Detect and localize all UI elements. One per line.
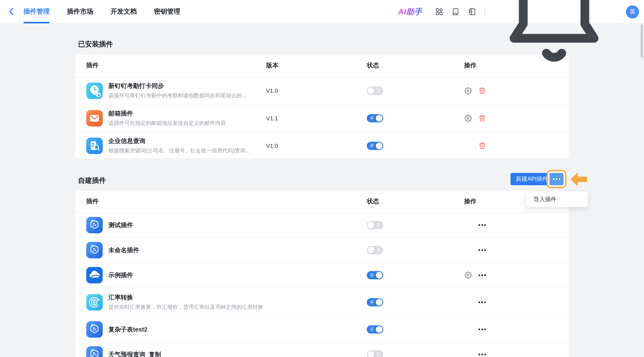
table-header: 插件 状态 操作 xyxy=(75,190,569,213)
toggle-label: 开 xyxy=(370,325,374,334)
more-actions-button[interactable] xyxy=(550,173,564,185)
plugin-version-cell: V1.0 xyxy=(266,88,367,94)
action-slot xyxy=(478,114,486,122)
plugin-description: 该插件可向指定的邮箱地址发送自定义的邮件内容 xyxy=(108,120,226,127)
settings-icon[interactable] xyxy=(464,272,472,279)
plugin-meta: 示例插件 xyxy=(108,271,133,279)
column-header-version: 版本 xyxy=(266,62,367,70)
status-toggle[interactable]: 开 xyxy=(367,271,383,279)
plugin-tag-icon xyxy=(86,242,102,258)
topbar-tab[interactable]: 插件市场 xyxy=(67,0,93,24)
toggle-knob xyxy=(368,222,374,228)
plugin-name: 新钉钉考勤打卡同步 xyxy=(108,82,246,90)
plugin-status-cell: 开 xyxy=(367,114,464,122)
plugin-description: 该插件可将钉钉考勤中的考勤和请假数据同步到英雄云的... xyxy=(108,92,246,100)
column-header-plugin: 插件 xyxy=(86,62,266,70)
toggle-label: 开 xyxy=(370,142,374,150)
plugin-name-cell: 示例插件 xyxy=(86,267,367,284)
plugin-actions-cell xyxy=(464,142,558,150)
plugin-name: 邮箱插件 xyxy=(108,110,226,118)
plugin-meta: 企业信息查询根据搜索关键词(公司名、注册号、社会统一信用代码)查询... xyxy=(108,137,250,154)
topbar-tab[interactable]: 开发文档 xyxy=(110,0,137,24)
plugin-meta: 未命名插件 xyxy=(108,246,139,254)
more-actions-icon[interactable] xyxy=(478,224,487,226)
status-toggle[interactable]: 关 xyxy=(367,87,383,95)
company-search-icon xyxy=(86,138,102,154)
plugin-status-cell: 开 xyxy=(367,271,464,279)
status-toggle[interactable]: 关 xyxy=(367,221,383,229)
svg-text:$: $ xyxy=(93,300,96,305)
back-icon[interactable] xyxy=(7,7,16,16)
notebook-panel-icon[interactable] xyxy=(468,8,476,16)
settings-icon[interactable] xyxy=(464,87,472,94)
plugin-name-cell: 测试插件 xyxy=(86,217,367,233)
topbar-tabs: 插件管理插件市场开发文档密钥管理 xyxy=(24,0,180,24)
topbar-tab[interactable]: 插件管理 xyxy=(24,0,50,24)
cloud-sample-icon xyxy=(86,267,102,284)
plugin-meta: 汇率转换提供实时汇率换算，外汇报价，货币汇率以及币种之间的汇率转换 xyxy=(108,294,263,311)
toggle-label: 关 xyxy=(376,246,381,254)
plugin-name: 天气预报查询_复制 xyxy=(108,350,161,357)
action-slot xyxy=(464,272,472,279)
more-actions-icon[interactable] xyxy=(478,302,487,303)
plugin-meta: 复杂子表test2 xyxy=(108,326,148,333)
plugin-meta: 测试插件 xyxy=(108,221,133,229)
status-toggle[interactable]: 关 xyxy=(367,350,383,357)
plugin-name: 企业信息查询 xyxy=(108,137,250,145)
more-actions-icon[interactable] xyxy=(478,274,487,276)
scrollbar-thumb[interactable] xyxy=(641,24,643,58)
status-toggle[interactable]: 开 xyxy=(367,114,383,122)
plugin-version-cell: V1.0 xyxy=(266,142,367,149)
action-slot xyxy=(478,354,486,355)
plugin-actions-cell xyxy=(464,328,558,330)
toggle-knob xyxy=(376,326,382,333)
delete-icon[interactable] xyxy=(478,142,486,150)
topbar-tab[interactable]: 密钥管理 xyxy=(154,0,180,24)
action-slot xyxy=(478,224,486,226)
bell-icon[interactable] xyxy=(492,67,616,74)
more-actions-icon[interactable] xyxy=(478,250,487,251)
plugin-actions-cell xyxy=(464,302,558,303)
docs-book-icon[interactable] xyxy=(452,8,460,16)
table-row: 企业信息查询根据搜索关键词(公司名、注册号、社会统一信用代码)查询...V1.0… xyxy=(75,132,569,158)
plugin-status-cell: 开 xyxy=(367,298,464,306)
plugin-meta: 新钉钉考勤打卡同步该插件可将钉钉考勤中的考勤和请假数据同步到英雄云的... xyxy=(108,82,246,100)
status-toggle[interactable]: 开 xyxy=(367,298,383,306)
plugin-actions-cell xyxy=(464,272,558,279)
action-slot xyxy=(464,87,472,94)
plugin-name-cell: 邮箱插件该插件可向指定的邮箱地址发送自定义的邮件内容 xyxy=(86,110,266,127)
ai-assistant-button[interactable]: AI助手 xyxy=(398,6,422,17)
annotation-highlight-ring xyxy=(547,170,566,188)
notification-bell[interactable]: 13 xyxy=(492,0,616,74)
toggle-knob xyxy=(368,351,374,357)
table-row: $汇率转换提供实时汇率换算，外汇报价，货币汇率以及币种之间的汇率转换开 xyxy=(75,288,569,316)
status-toggle[interactable]: 开 xyxy=(367,142,383,150)
toggle-label: 开 xyxy=(370,298,374,306)
plugin-name: 未命名插件 xyxy=(108,246,139,254)
user-avatar[interactable]: 英 xyxy=(626,5,639,18)
plugin-actions-cell xyxy=(464,354,558,355)
settings-icon[interactable] xyxy=(464,114,472,122)
toggle-knob xyxy=(376,299,382,306)
delete-icon[interactable] xyxy=(478,114,486,122)
plugin-description: 提供实时汇率换算，外汇报价，货币汇率以及币种之间的汇率转换 xyxy=(108,304,263,311)
status-toggle[interactable]: 开 xyxy=(367,325,383,334)
plugin-tag-icon xyxy=(86,346,102,357)
table-row: 新钉钉考勤打卡同步该插件可将钉钉考勤中的考勤和请假数据同步到英雄云的...V1.… xyxy=(75,77,569,104)
custom-section-actions: 新建API插件 xyxy=(510,170,593,190)
plugin-management-page: 插件管理插件市场开发文档密钥管理 AI助手 13 英 已安 xyxy=(0,0,644,357)
apps-grid-icon[interactable] xyxy=(435,8,444,16)
table-row: 天气预报查询_复制关 xyxy=(75,342,569,357)
column-header-status: 状态 xyxy=(367,198,464,205)
more-actions-icon[interactable] xyxy=(478,354,487,355)
action-slot xyxy=(478,328,486,330)
plugin-actions-cell xyxy=(464,114,558,122)
toggle-label: 关 xyxy=(376,350,381,357)
toggle-knob xyxy=(376,115,382,122)
status-toggle[interactable]: 关 xyxy=(367,246,383,254)
custom-plugins-table: 插件 状态 操作 测试插件关未命名插件关示例插件开$汇率转换提供实时汇率换算，外… xyxy=(75,190,569,357)
more-actions-icon[interactable] xyxy=(478,328,487,330)
plugin-version-cell: V1.1 xyxy=(266,115,367,122)
plugin-status-cell: 关 xyxy=(367,350,464,357)
delete-icon[interactable] xyxy=(478,87,486,94)
